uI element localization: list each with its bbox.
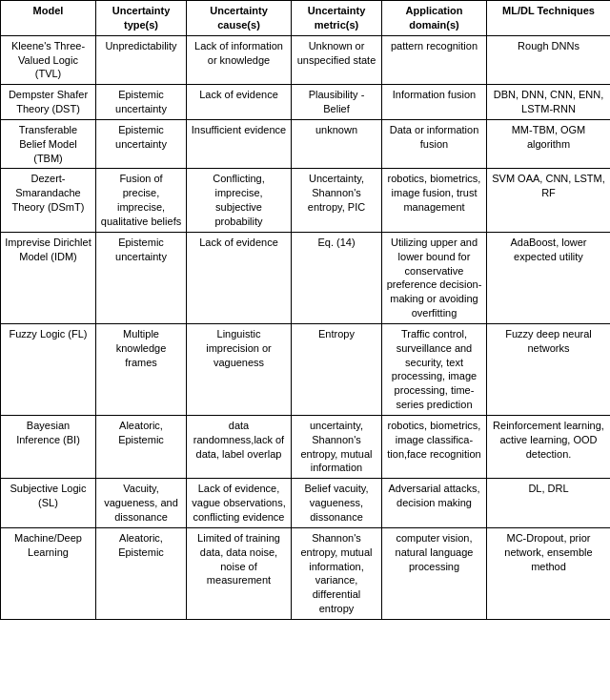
cell-uncertainty-cause: Limited of training data, data noise, no… bbox=[187, 527, 292, 619]
cell-uncertainty-cause: Conflicting, imprecise, subjective proba… bbox=[187, 169, 292, 232]
cell-uncertainty-type: Vacuity, vagueness, and dissonance bbox=[96, 479, 187, 528]
cell-uncertainty-metric: unknown bbox=[292, 119, 382, 169]
header-application-domain: Application domain(s) bbox=[382, 1, 487, 36]
cell-uncertainty-type: Unpredictability bbox=[96, 35, 187, 85]
cell-uncertainty-cause: Linguistic imprecision or vagueness bbox=[187, 323, 292, 415]
cell-uncertainty-metric: Belief vacuity, vagueness, dissonance bbox=[292, 479, 382, 528]
cell-ml-dl: SVM OAA, CNN, LSTM, RF bbox=[487, 169, 611, 232]
cell-ml-dl: AdaBoost, lower expected utility bbox=[487, 232, 611, 323]
cell-ml-dl: Fuzzy deep neural networks bbox=[487, 323, 611, 415]
cell-application-domain: Utilizing upper and lower bound for cons… bbox=[382, 232, 487, 323]
table-row: Transferable Belief Model (TBM)Epistemic… bbox=[1, 119, 611, 169]
cell-model: Fuzzy Logic (FL) bbox=[1, 323, 96, 415]
cell-application-domain: Adversarial attacks, decision making bbox=[382, 479, 487, 528]
cell-ml-dl: DBN, DNN, CNN, ENN, LSTM-RNN bbox=[487, 85, 611, 120]
cell-uncertainty-metric: Plausibility - Belief bbox=[292, 85, 382, 120]
cell-application-domain: Traffic control, surveillance and securi… bbox=[382, 323, 487, 415]
cell-model: Dempster Shafer Theory (DST) bbox=[1, 85, 96, 120]
cell-ml-dl: DL, DRL bbox=[487, 479, 611, 528]
header-uncertainty-type: Uncertainty type(s) bbox=[96, 1, 187, 36]
cell-uncertainty-cause: Lack of information or knowledge bbox=[187, 35, 292, 85]
cell-uncertainty-metric: Uncertainty, Shannon's entropy, PIC bbox=[292, 169, 382, 232]
cell-uncertainty-metric: Shannon's entropy, mutual information, v… bbox=[292, 527, 382, 619]
cell-uncertainty-type: Epistemic uncertainty bbox=[96, 119, 187, 169]
header-uncertainty-cause: Uncertainty cause(s) bbox=[187, 1, 292, 36]
cell-application-domain: robotics, biometrics, image classifica-t… bbox=[382, 415, 487, 478]
header-model: Model bbox=[1, 1, 96, 36]
table-row: Dezert-Smarandache Theory (DSmT)Fusion o… bbox=[1, 169, 611, 232]
cell-model: Dezert-Smarandache Theory (DSmT) bbox=[1, 169, 96, 232]
header-uncertainty-metric: Uncertainty metric(s) bbox=[292, 1, 382, 36]
cell-uncertainty-type: Epistemic uncertainty bbox=[96, 85, 187, 120]
table-row: Fuzzy Logic (FL)Multiple knowledge frame… bbox=[1, 323, 611, 415]
table-row: Imprevise Dirichlet Model (IDM)Epistemic… bbox=[1, 232, 611, 323]
cell-model: Bayesian Inference (BI) bbox=[1, 415, 96, 478]
table-row: Dempster Shafer Theory (DST)Epistemic un… bbox=[1, 85, 611, 120]
cell-application-domain: pattern recognition bbox=[382, 35, 487, 85]
cell-uncertainty-type: Epistemic uncertainty bbox=[96, 232, 187, 323]
cell-uncertainty-type: Fusion of precise, imprecise, qualitativ… bbox=[96, 169, 187, 232]
cell-application-domain: Information fusion bbox=[382, 85, 487, 120]
table-row: Kleene's Three-Valued Logic (TVL)Unpredi… bbox=[1, 35, 611, 85]
cell-uncertainty-metric: Entropy bbox=[292, 323, 382, 415]
cell-uncertainty-cause: Insufficient evidence bbox=[187, 119, 292, 169]
cell-application-domain: robotics, biometrics, image fusion, trus… bbox=[382, 169, 487, 232]
cell-model: Subjective Logic (SL) bbox=[1, 479, 96, 528]
cell-ml-dl: Reinforcement learning, active learning,… bbox=[487, 415, 611, 478]
cell-model: Imprevise Dirichlet Model (IDM) bbox=[1, 232, 96, 323]
cell-uncertainty-metric: uncertainty, Shannon's entropy, mutual i… bbox=[292, 415, 382, 478]
cell-uncertainty-type: Aleatoric, Epistemic bbox=[96, 415, 187, 478]
table-row: Machine/Deep LearningAleatoric, Epistemi… bbox=[1, 527, 611, 619]
cell-ml-dl: MM-TBM, OGM algorithm bbox=[487, 119, 611, 169]
cell-uncertainty-type: Aleatoric, Epistemic bbox=[96, 527, 187, 619]
cell-model: Machine/Deep Learning bbox=[1, 527, 96, 619]
cell-ml-dl: Rough DNNs bbox=[487, 35, 611, 85]
cell-uncertainty-metric: Unknown or unspecified state bbox=[292, 35, 382, 85]
cell-uncertainty-type: Multiple knowledge frames bbox=[96, 323, 187, 415]
cell-ml-dl: MC-Dropout, prior network, ensemble meth… bbox=[487, 527, 611, 619]
cell-application-domain: Data or information fusion bbox=[382, 119, 487, 169]
cell-application-domain: computer vision, natural language proces… bbox=[382, 527, 487, 619]
cell-uncertainty-cause: data randomness,lack of data, label over… bbox=[187, 415, 292, 478]
cell-uncertainty-cause: Lack of evidence bbox=[187, 85, 292, 120]
table-row: Subjective Logic (SL)Vacuity, vagueness,… bbox=[1, 479, 611, 528]
cell-model: Transferable Belief Model (TBM) bbox=[1, 119, 96, 169]
cell-uncertainty-metric: Eq. (14) bbox=[292, 232, 382, 323]
cell-model: Kleene's Three-Valued Logic (TVL) bbox=[1, 35, 96, 85]
header-ml-dl: ML/DL Techniques bbox=[487, 1, 611, 36]
cell-uncertainty-cause: Lack of evidence bbox=[187, 232, 292, 323]
cell-uncertainty-cause: Lack of evidence, vague observations, co… bbox=[187, 479, 292, 528]
table-row: Bayesian Inference (BI)Aleatoric, Episte… bbox=[1, 415, 611, 478]
